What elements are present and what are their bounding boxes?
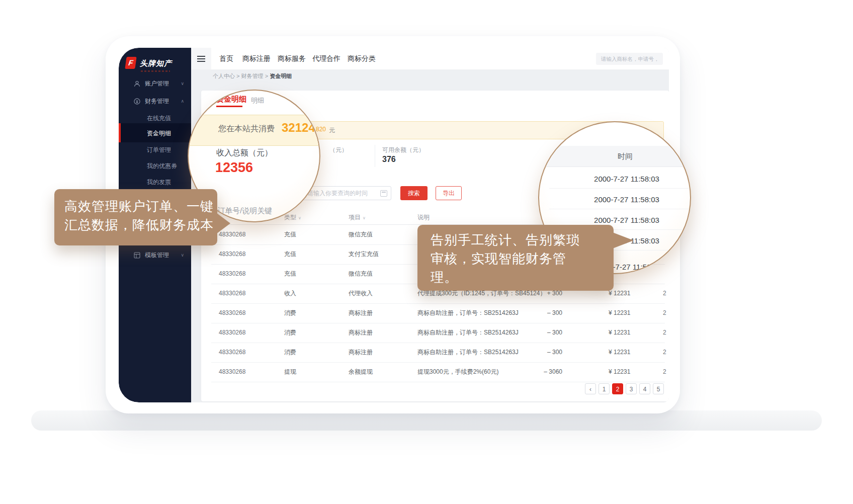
callout-left-line2: 汇总数据，降低财务成本	[64, 216, 217, 234]
table-row: 48330268 提现 余额提现 提现3000元，手续费2%(60元) – 30…	[211, 362, 665, 382]
callout-arrow-right-icon	[613, 232, 634, 248]
column-header-type[interactable]: 类型∨	[284, 213, 301, 222]
export-button[interactable]: 导出	[436, 186, 462, 200]
template-icon	[134, 252, 140, 259]
column-header-desc: 说明	[417, 213, 430, 222]
lens-banner-prefix: 您在本站共消费	[218, 124, 275, 134]
nav-trademark-register[interactable]: 商标注册	[242, 48, 271, 69]
sidebar-item-label: 模板管理	[145, 251, 169, 260]
pagination-page-3[interactable]: 3	[626, 383, 637, 394]
nav-agent-cooperation[interactable]: 代理合作	[312, 48, 340, 69]
time-cell: 2000-7-27 11:58:03	[539, 195, 691, 204]
tab-active-underline	[216, 106, 242, 107]
sort-caret-icon: ∨	[298, 216, 301, 220]
tab-fragment: 明细	[251, 96, 264, 105]
lens-banner-amount: 32124	[282, 121, 315, 135]
table-row: 48330268 消费 商标注册 商标自助注册，订单号：SB2514263J –…	[211, 343, 665, 363]
nav-home[interactable]: 首页	[219, 48, 233, 69]
search-button[interactable]: 搜索	[400, 186, 428, 200]
breadcrumb: 个人中心 > 财务管理 > 资金明细	[213, 72, 292, 80]
breadcrumb-home[interactable]: 个人中心	[213, 73, 235, 79]
brand-logo-icon: F	[125, 57, 136, 69]
menu-icon[interactable]	[191, 48, 211, 69]
expense-unit-fragment: （元）	[329, 146, 348, 154]
callout-arrow-right-icon	[216, 213, 230, 234]
sidebar-item-funds-detail[interactable]: 资金明细	[147, 129, 171, 138]
sort-caret-icon: ∨	[363, 216, 366, 220]
sidebar-item-label: 财务管理	[145, 97, 169, 106]
callout-right-line3: 理。	[431, 268, 614, 287]
nav-trademark-category[interactable]: 商标分类	[348, 48, 376, 69]
sidebar-item-my-coupons[interactable]: 我的优惠券	[147, 162, 177, 171]
stat-divider	[375, 145, 375, 167]
sidebar-active-marker	[119, 123, 121, 142]
sidebar-item-finance[interactable]: 财务管理 ∧	[119, 94, 191, 109]
page: F 头牌知产 账户管理 ∨ 财务管理 ∧ 在线	[0, 0, 853, 504]
sidebar-item-label: 账户管理	[145, 79, 169, 88]
nav-trademark-service[interactable]: 商标服务	[278, 48, 306, 69]
pagination-page-4[interactable]: 4	[639, 383, 650, 394]
pagination-page-2-active[interactable]: 2	[612, 383, 623, 394]
time-filter-input[interactable]	[302, 186, 391, 200]
table-row: 48330268 消费 商标注册 商标自助注册，订单号：SB2514263J –…	[211, 303, 665, 323]
breadcrumb-current: 资金明细	[270, 73, 292, 79]
pagination-prev[interactable]: ‹	[585, 383, 596, 394]
breadcrumb-section[interactable]: 财务管理	[241, 73, 264, 79]
callout-right-line2: 审核，实现智能财务管	[431, 249, 614, 268]
callout-left: 高效管理账户订单、一键 汇总数据，降低财务成本	[54, 189, 217, 245]
banner-amount-fragment: 820	[316, 126, 326, 133]
income-total-value: 12356	[215, 160, 253, 176]
sidebar-item-account[interactable]: 账户管理 ∨	[119, 76, 191, 91]
time-cell: 2000-7-27 11:58:03	[539, 216, 691, 224]
pagination-page-5[interactable]: 5	[653, 383, 664, 394]
time-column-header: 时间	[539, 146, 691, 167]
pagination-page-1[interactable]: 1	[599, 383, 610, 394]
chevron-down-icon: ∨	[181, 253, 184, 258]
balance-value: 376	[382, 155, 396, 164]
chevron-up-icon: ∧	[181, 99, 184, 104]
callout-right: 告别手工统计、告别繁琐 审核，实现智能财务管 理。	[417, 225, 614, 291]
time-cell: 2000-7-27 11:58:03	[539, 175, 691, 183]
chevron-down-icon: ∨	[181, 81, 184, 86]
sidebar-item-template[interactable]: 模板管理 ∨	[119, 247, 191, 263]
balance-label: 可用余额（元）	[382, 146, 424, 154]
user-icon	[134, 80, 140, 87]
banner-unit: 元	[329, 126, 335, 135]
sidebar-item-order-management[interactable]: 订单管理	[147, 146, 171, 154]
sidebar-item-my-invoices[interactable]: 我的发票	[147, 178, 171, 187]
calendar-icon[interactable]	[380, 190, 387, 197]
callout-right-line1: 告别手工统计、告别繁琐	[431, 231, 614, 249]
column-header-project[interactable]: 项目∨	[349, 213, 366, 222]
callout-left-line1: 高效管理账户订单、一键	[64, 197, 217, 216]
brand-name: 头牌知产	[140, 59, 172, 68]
brand-subtext	[141, 70, 170, 72]
global-search-input[interactable]	[596, 53, 663, 65]
laptop-base	[31, 410, 822, 431]
yuan-icon	[134, 98, 140, 105]
sidebar-item-online-recharge[interactable]: 在线充值	[147, 114, 171, 123]
table-row: 48330268 消费 商标注册 商标自助注册，订单号：SB2514263J –…	[211, 323, 665, 343]
income-total-label: 收入总额（元）	[216, 148, 273, 158]
